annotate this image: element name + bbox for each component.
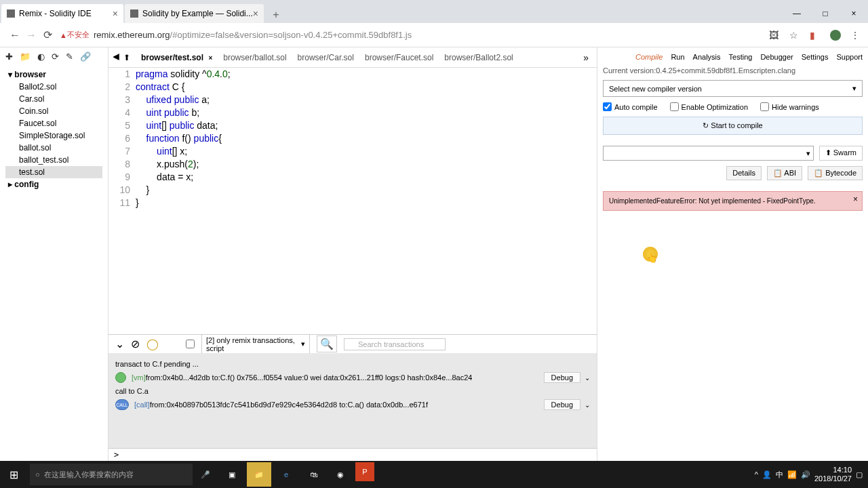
notifications-icon[interactable]: ▢ [856,470,863,479]
filter-dropdown[interactable]: [2] only remix transactions, script▾ [201,334,310,354]
tree-file[interactable]: ballot_test.sol [5,154,102,166]
windows-search[interactable]: ○ 在这里输入你要搜索的内容 [30,464,193,485]
menu-icon[interactable]: ⋮ [850,30,861,41]
extension-icon[interactable]: ▮ [810,30,821,41]
swarm-button[interactable]: ⬆ Swarm [819,146,863,161]
back-button[interactable]: ← [7,29,23,41]
debug-button[interactable]: Debug [544,399,580,410]
tree-file[interactable]: Ballot2.sol [5,81,102,93]
pending-icon[interactable]: ◯ [146,338,159,350]
start-compile-button[interactable]: ↻ Start to compile [603,117,863,135]
bytecode-button[interactable]: 📋 Bytecode [808,166,863,180]
edge-icon[interactable]: e [274,462,298,487]
close-icon[interactable]: × [253,8,258,19]
chevron-down-icon[interactable]: ⌄ [585,374,590,382]
mic-icon[interactable]: 🎤 [195,470,216,479]
compile-error[interactable]: UnimplementedFeatureError: Not yet imple… [603,191,863,211]
store-icon[interactable]: 🛍 [301,462,326,487]
link-icon[interactable]: 🔗 [80,52,91,62]
chevron-down-icon[interactable]: ⌄ [585,401,590,409]
minimize-button[interactable]: — [783,4,811,23]
tab-run[interactable]: Run [671,53,684,61]
tab-testing[interactable]: Testing [729,53,753,61]
auto-compile-checkbox[interactable]: Auto compile [603,102,658,111]
windows-taskbar: ⊞ ○ 在这里输入你要搜索的内容 🎤 ▣ 📁 e 🛍 ◉ P ^ 👤 中 📶 🔊… [0,461,868,488]
search-transactions-input[interactable]: Search transactions [344,338,446,350]
details-button[interactable]: Details [726,166,762,180]
close-icon[interactable]: × [113,8,118,19]
chrome-icon[interactable]: ◉ [328,462,353,487]
terminal-output[interactable]: transact to C.f pending ... [vm] from:0x… [108,353,597,448]
tab-analysis[interactable]: Analysis [693,53,721,61]
gist-icon[interactable]: ✎ [66,52,73,62]
close-icon[interactable]: × [208,54,212,62]
listen-checkbox[interactable] [186,340,195,348]
tree-file[interactable]: test.sol [5,166,102,178]
tree-file[interactable]: Car.sol [5,93,102,105]
task-view-icon[interactable]: ▣ [220,462,244,487]
tree-file[interactable]: SimpleStorage.sol [5,129,102,142]
debug-button[interactable]: Debug [544,372,580,383]
user-avatar[interactable] [830,30,841,41]
tree-file[interactable]: Coin.sol [5,105,102,117]
volume-icon[interactable]: 🔊 [801,470,810,479]
clock[interactable]: 14:10 2018/10/27 [814,466,852,483]
folder-icon[interactable]: 📁 [20,52,31,62]
terminal-prompt[interactable]: > [108,448,597,461]
file-tab[interactable]: browser/ballot.sol [218,50,292,65]
tree-folder-config[interactable]: ▸ config [5,178,102,190]
security-badge[interactable]: ▲ 不安全 [60,30,90,40]
reload-button[interactable]: ⟳ [39,28,56,41]
search-icon[interactable]: 🔍 [317,336,337,352]
hide-warnings-checkbox[interactable]: Hide warnings [760,102,819,111]
browser-tab-docs[interactable]: Solidity by Example — Solidi... × [125,4,264,23]
url-field[interactable]: remix.ethereum.org/#optimize=false&versi… [94,30,769,40]
favicon-icon [7,9,15,18]
close-icon[interactable]: × [853,195,858,204]
code-editor[interactable]: 1234567891011 pragma solidity ^0.4.0; co… [108,68,597,334]
powerpoint-icon[interactable]: P [355,462,374,481]
publish-icon[interactable]: ⬆ [123,53,130,62]
chevron-down-icon[interactable]: ⌄ [115,338,124,350]
github-icon[interactable]: ◐ [37,52,45,62]
collapse-left-icon[interactable]: ⯇ [113,53,121,62]
file-tab[interactable]: browser/Car.sol [292,50,359,65]
plus-icon[interactable]: ✚ [5,52,13,62]
file-tab[interactable]: browser/Ballot2.sol [439,50,518,65]
star-icon[interactable]: ☆ [789,30,800,41]
close-window-button[interactable]: × [840,4,868,23]
ime-icon[interactable]: 中 [776,470,783,480]
wifi-icon[interactable]: 📶 [787,470,797,479]
terminal-line: call to C.a [115,387,590,395]
tree-file[interactable]: ballot.sol [5,142,102,154]
contract-select[interactable]: ▾ [603,146,814,161]
people-icon[interactable]: 👤 [762,470,772,479]
file-tab-test[interactable]: browser/test.sol × [136,50,218,65]
file-tab[interactable]: browser/Faucet.sol [359,50,439,65]
new-tab-button[interactable]: + [268,7,284,23]
transaction-row[interactable]: CALL [call] from:0x4b0897b0513fdc7c541b6… [115,399,590,410]
abi-button[interactable]: 📋 ABI [767,166,802,180]
translate-icon[interactable]: 🖾 [769,30,780,41]
refresh-icon[interactable]: ⟳ [52,52,59,62]
explorer-icon[interactable]: 📁 [247,462,271,487]
transaction-row[interactable]: [vm] from:0x4b0...4d2db to:C.f() 0x756..… [115,372,590,383]
tray-up-icon[interactable]: ^ [755,470,758,479]
browser-tab-remix[interactable]: Remix - Solidity IDE × [1,4,123,23]
clear-icon[interactable]: ⊘ [131,338,140,350]
tab-debugger[interactable]: Debugger [760,53,793,61]
tab-compile[interactable]: Compile [635,53,663,61]
tab-overflow-icon[interactable]: » [579,52,593,63]
tab-title: Remix - Solidity IDE [19,9,92,18]
tab-support[interactable]: Support [836,53,863,61]
tree-file[interactable]: Faucet.sol [5,117,102,129]
tab-settings[interactable]: Settings [802,53,829,61]
optimization-checkbox[interactable]: Enable Optimization [670,102,748,111]
tree-folder-browser[interactable]: ▾ browser [5,68,102,81]
terminal-toolbar: ⌄ ⊘ ◯ [2] only remix transactions, scrip… [108,334,597,353]
start-button[interactable]: ⊞ [0,461,27,488]
maximize-button[interactable]: □ [811,4,840,23]
compile-panel: Compile Run Analysis Testing Debugger Se… [597,47,868,461]
compiler-select[interactable]: Select new compiler version▾ [603,80,863,97]
forward-button[interactable]: → [23,29,39,41]
